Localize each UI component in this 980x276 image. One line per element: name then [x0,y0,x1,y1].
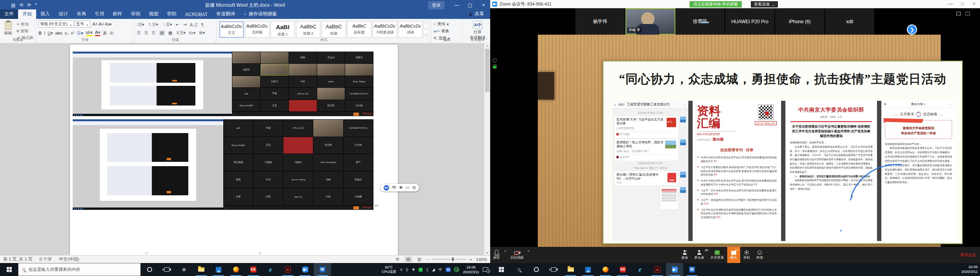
taskbar-firefox-icon[interactable] [597,263,614,276]
chat-button[interactable]: 12 聊天 [727,247,740,263]
participant-tile[interactable]: xdli [825,8,875,35]
customize-qat-icon[interactable]: ▾ [35,2,37,8]
network-icon[interactable]: ◢ [432,267,435,272]
undo-icon[interactable]: ⟲ [19,2,23,8]
align-center-button[interactable]: ☰ [144,30,148,35]
action-center-icon[interactable]: 1 [483,267,488,272]
align-right-button[interactable]: ☰ [152,30,156,35]
borders-button[interactable]: ⊞▾ [199,30,205,35]
zoom-level[interactable]: 140% [476,257,487,262]
change-case-icon[interactable]: Aa▾ [105,22,112,26]
ribbon-tab-2[interactable]: 开始 [18,9,36,19]
underline-button[interactable]: U▾ [48,31,53,36]
share-button[interactable]: 共享 [468,11,490,19]
paragraph-dialog-launcher[interactable]: ⌟ [215,39,216,43]
start-button[interactable] [0,263,18,276]
record-button[interactable]: 录制 [740,247,753,263]
leave-meeting-button[interactable]: 离开会议 [960,252,976,258]
taskbar-photos-icon[interactable] [579,263,597,276]
tray-microphone-icon[interactable] [406,268,408,271]
taskbar-ie-icon[interactable]: e [262,263,279,276]
vertical-scrollbar[interactable]: ▲ ▼ [484,43,490,255]
start-button-monitor2[interactable] [492,263,510,276]
battery-icon[interactable]: ▯ [426,267,428,272]
ime-pen-icon[interactable]: ✱ [399,185,403,190]
scroll-down-icon[interactable]: ▼ [484,252,490,254]
bold-button[interactable]: B [39,31,42,35]
style-card[interactable]: AaBbC标题 [322,21,346,38]
taskbar-acrobat-icon[interactable]: A [279,263,296,276]
ribbon-tab-1[interactable]: 文件 [0,9,18,19]
font-name-select[interactable]: 等线 (中文正文) ⌄ [39,20,74,28]
participant-tile[interactable]: iPhone (6) [775,8,825,35]
avatar[interactable] [680,172,686,178]
strikethrough-button[interactable]: abc [55,31,63,35]
text-effects-icon[interactable]: Ⓐ▾ [77,30,83,36]
redo-icon[interactable]: ⟳ [27,2,31,8]
avatar[interactable] [680,187,686,193]
ribbon-tab-3[interactable]: 插入 [36,9,54,19]
ribbon-tab-7[interactable]: 邮件 [108,9,127,19]
multilevel-list-button[interactable]: ⋮☰▾ [162,22,172,27]
sort-button[interactable]: A↓Z [190,22,198,27]
style-card[interactable]: AaBbCcDc不明显强调 [373,21,397,38]
styles-scrollbar[interactable]: ˄˅▾ [423,20,428,38]
bullets-button[interactable]: ⁝☰▾ [137,22,144,27]
ime-language-icon[interactable]: 中 [438,267,442,272]
find-button[interactable]: ⌕查找 ▾ [434,21,460,27]
taskbar-search-box[interactable]: 在这里输入你要搜索的内容 [18,263,141,276]
article-menu-icon[interactable]: ··· [950,102,953,106]
line-spacing-button[interactable]: ⇕☰▾ [176,30,186,35]
taskbar-cortana-icon[interactable] [528,263,545,276]
participant-tile[interactable]: 杨学伟 [575,8,625,35]
font-size-select[interactable]: 五号 ⌄ [75,20,90,28]
shrink-font-icon[interactable]: A˅ [99,22,104,26]
align-left-button[interactable]: ☰ [137,30,141,35]
taskbar-acrobat-icon[interactable]: A [649,263,666,276]
style-card[interactable]: AaBbC副标题 [347,21,371,38]
justify-button[interactable]: ▤ [159,30,165,35]
ribbon-tab-11[interactable]: ACROBAT [181,11,212,19]
style-card[interactable]: AaBbCcDc无间隔 [245,21,269,38]
taskbar-photos-icon[interactable] [210,263,227,276]
ribbon-tab-10[interactable]: 帮助 [163,9,181,19]
taskbar-zoom-icon[interactable] [296,263,314,276]
meeting-info-icon[interactable]: i [493,58,497,63]
taskbar-word-icon[interactable]: W [314,263,331,276]
ribbon-tab-6[interactable]: 引用 [90,9,108,19]
style-card[interactable]: AaBbC标题 2 [296,21,320,38]
participant-tile[interactable]: HUAWEI P20 Pro [725,8,775,35]
taskbar-cortana-icon[interactable] [141,263,158,276]
baidu-tray-icon[interactable]: du [446,267,450,272]
ribbon-tab-12[interactable]: 有道翻译 [212,9,239,19]
style-card[interactable]: AaBI标题 1 [270,21,295,38]
taskbar-clock[interactable]: 16:05 2020/3/11 [463,265,479,274]
zoom-slider-thumb[interactable] [452,257,454,261]
active-speaker-video-tile[interactable]: 华雄 李 [625,8,675,35]
baidu-ime-toolbar[interactable]: du 中 ✱ ▭ ⊞ [381,184,419,191]
word-count[interactable]: 0 个字 [40,256,52,262]
language-indicator[interactable]: 中文(中国) [59,256,79,262]
superscript-button[interactable]: x² [71,31,74,35]
taskbar-fan-icon[interactable]: ✳ [175,263,193,276]
start-video-button[interactable]: 启动视频 [507,247,527,263]
avatar[interactable] [680,117,686,122]
back-icon[interactable]: ‹ [614,102,616,107]
grow-font-icon[interactable]: A˄ [92,22,98,26]
character-shading-icon[interactable]: A [103,31,107,35]
sign-in-button[interactable]: 登录 [428,1,445,9]
invite-button[interactable]: + 邀请 [678,247,691,263]
taskbar-firefox-icon[interactable] [227,263,245,276]
cut-button[interactable]: ✂ 剪切 [17,22,33,27]
font-dialog-launcher[interactable]: ⌟ [132,39,133,43]
next-participants-button[interactable]: ❯ [907,24,917,35]
taskbar-search-icon[interactable] [510,263,528,276]
highlight-color-button[interactable]: ab▾ [86,30,93,36]
taskbar-word-icon[interactable]: W [683,263,701,276]
tray-security-icon[interactable] [419,268,423,272]
numbering-button[interactable]: ⒈☰▾ [148,22,158,28]
web-layout-icon[interactable]: ▥ [416,256,423,262]
page-indicator[interactable]: 第 1 页, 共 1 页 [3,256,33,262]
increase-indent-button[interactable]: ⇥ [183,22,186,27]
taskbar-clock-monitor2[interactable]: 16:05 2020/3/11 [961,265,978,274]
